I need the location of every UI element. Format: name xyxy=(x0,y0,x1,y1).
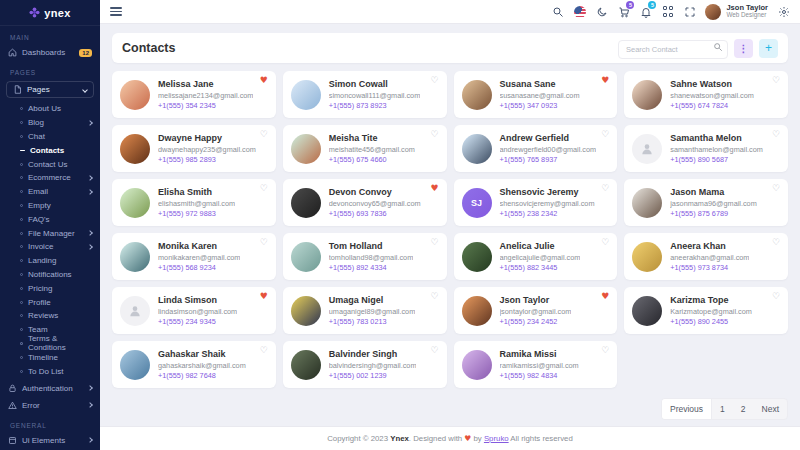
notifications-bell-icon[interactable]: 5 xyxy=(639,5,652,18)
contact-card[interactable]: SJ Shensovic Jeremy shensovicjeremy@gmai… xyxy=(454,179,618,226)
dark-mode-moon-icon[interactable] xyxy=(595,5,608,18)
sidebar-subitem-contact-us[interactable]: Contact Us xyxy=(0,157,100,171)
favorite-heart-icon[interactable]: ♥ xyxy=(260,292,268,301)
app-logo[interactable]: ynex xyxy=(0,0,100,26)
sidebar-item-pages[interactable]: Pages xyxy=(6,81,94,98)
menu-toggle-icon[interactable] xyxy=(110,7,122,15)
contact-card[interactable]: Elisha Smith elishasmith@gmail.com +1(55… xyxy=(112,179,276,226)
sidebar-subitem-ecommerce[interactable]: Ecommerce xyxy=(0,171,100,185)
sidebar-subitem-terms-conditions[interactable]: Terms & Conditions xyxy=(0,337,100,351)
favorite-heart-icon[interactable]: ♡ xyxy=(430,238,438,247)
favorite-heart-icon[interactable]: ♡ xyxy=(430,76,438,85)
favorite-heart-icon[interactable]: ♡ xyxy=(260,184,268,193)
contact-card[interactable]: Susana Sane susanasane@gmail.com +1(555)… xyxy=(454,71,618,118)
sidebar-subitem-reviews[interactable]: Reviews xyxy=(0,309,100,323)
sidebar-item-ui-elements[interactable]: Ui Elements xyxy=(0,432,100,449)
sidebar-subitem-chat[interactable]: Chat xyxy=(0,130,100,144)
pagination-previous[interactable]: Previous xyxy=(662,399,712,419)
footer-designer-link[interactable]: Spruko xyxy=(484,434,509,443)
contact-card[interactable]: Monika Karen monikakaren@gmail.com +1(55… xyxy=(112,233,276,280)
contact-name: Samantha Melon xyxy=(670,133,763,143)
favorite-heart-icon[interactable]: ♥ xyxy=(260,76,268,85)
favorite-heart-icon[interactable]: ♡ xyxy=(772,76,780,85)
sidebar-subitem-email[interactable]: Email xyxy=(0,185,100,199)
sidebar-subitem-landing[interactable]: Landing xyxy=(0,254,100,268)
favorite-heart-icon[interactable]: ♥ xyxy=(430,184,438,193)
pagination-page-2[interactable]: 2 xyxy=(733,399,754,419)
more-options-button[interactable]: ⋮ xyxy=(734,39,753,58)
contact-name: Aneera Khan xyxy=(670,241,749,251)
sidebar-subitem-invoice[interactable]: Invoice xyxy=(0,240,100,254)
contact-card[interactable]: Json Taylor jsontaylor@gmail.com +1(555)… xyxy=(454,287,618,334)
contact-name: Ramika Missi xyxy=(500,349,579,359)
contact-card[interactable]: Anelica Julie angelicajulie@gmail.com +1… xyxy=(454,233,618,280)
sidebar-subitem-faq-s[interactable]: FAQ's xyxy=(0,212,100,226)
favorite-heart-icon[interactable]: ♥ xyxy=(601,292,609,301)
favorite-heart-icon[interactable]: ♡ xyxy=(601,130,609,139)
pagination-page-1[interactable]: 1 xyxy=(712,399,733,419)
favorite-heart-icon[interactable]: ♡ xyxy=(601,346,609,355)
favorite-heart-icon[interactable]: ♡ xyxy=(260,346,268,355)
contact-card[interactable]: Jason Mama jasonmama96@gmail.com +1(555)… xyxy=(624,179,788,226)
add-contact-button[interactable]: + xyxy=(759,39,778,58)
sidebar-subitem-empty[interactable]: Empty xyxy=(0,199,100,213)
sidebar-subitem-pricing[interactable]: Pricing xyxy=(0,281,100,295)
settings-gear-icon[interactable] xyxy=(777,5,790,18)
contact-card[interactable]: Andrew Gerfield andrewgerfield00@gmail.c… xyxy=(454,125,618,172)
apps-grid-icon[interactable] xyxy=(661,5,674,18)
contact-card[interactable]: Linda Simson lindasimson@gmail.com +1(55… xyxy=(112,287,276,334)
sidebar-item-dashboards[interactable]: Dashboards 12 xyxy=(0,44,100,61)
contact-card[interactable]: Dwayne Happy dwaynehappy235@gmail.com +1… xyxy=(112,125,276,172)
contact-card[interactable]: Karizma Tope Karizmatope@gmail.com +1(55… xyxy=(624,287,788,334)
sidebar-item-error[interactable]: Error xyxy=(0,397,100,414)
favorite-heart-icon[interactable]: ♡ xyxy=(430,346,438,355)
favorite-heart-icon[interactable]: ♡ xyxy=(772,292,780,301)
cart-icon[interactable]: 5 xyxy=(617,5,630,18)
contact-card[interactable]: Simon Cowall simoncowall111@gmail.com +1… xyxy=(283,71,447,118)
favorite-heart-icon[interactable]: ♡ xyxy=(430,292,438,301)
favorite-heart-icon[interactable]: ♡ xyxy=(430,130,438,139)
sidebar-subitem-label: Team xyxy=(28,325,48,334)
favorite-heart-icon[interactable]: ♡ xyxy=(260,130,268,139)
contact-phone: +1(555) 568 9234 xyxy=(158,263,240,272)
favorite-heart-icon[interactable]: ♡ xyxy=(772,238,780,247)
sidebar-subitem-label: Notifications xyxy=(28,270,72,279)
contact-card[interactable]: Samantha Melon samanthamelon@gmail.com +… xyxy=(624,125,788,172)
contact-card[interactable]: Aneera Khan aneerakhan@gmail.com +1(555)… xyxy=(624,233,788,280)
sidebar-subitem-blog[interactable]: Blog xyxy=(0,116,100,130)
sidebar-subitem-profile[interactable]: Profile xyxy=(0,295,100,309)
sidebar-item-authentication[interactable]: Authentication xyxy=(0,380,100,397)
contact-email: monikakaren@gmail.com xyxy=(158,253,240,262)
contact-email: devonconvoy65@gmail.com xyxy=(329,199,421,208)
logo-flower-icon xyxy=(29,7,40,18)
contact-card[interactable]: Meisha Tite meishatite456@gmail.com +1(5… xyxy=(283,125,447,172)
favorite-heart-icon[interactable]: ♡ xyxy=(260,238,268,247)
sidebar-subitem-notifications[interactable]: Notifications xyxy=(0,268,100,282)
pagination-next[interactable]: Next xyxy=(754,399,787,419)
bullet-icon xyxy=(20,370,23,373)
fullscreen-icon[interactable] xyxy=(683,5,696,18)
contact-card[interactable]: Devon Convoy devonconvoy65@gmail.com +1(… xyxy=(283,179,447,226)
search-icon[interactable] xyxy=(551,5,564,18)
contact-card[interactable]: Melissa Jane melissajane2134@gmail.com +… xyxy=(112,71,276,118)
sidebar-subitem-about-us[interactable]: About Us xyxy=(0,102,100,116)
contact-card[interactable]: Sahne Watson shanewatson@gmail.com +1(55… xyxy=(624,71,788,118)
contact-card[interactable]: Balvinder Singh balvindersingh@gmail.com… xyxy=(283,341,447,388)
contact-card[interactable]: Umaga Nigel umaganigel89@gmail.com +1(55… xyxy=(283,287,447,334)
favorite-heart-icon[interactable]: ♡ xyxy=(601,184,609,193)
search-icon[interactable] xyxy=(713,42,723,52)
favorite-heart-icon[interactable]: ♥ xyxy=(601,76,609,85)
search-contact-input[interactable] xyxy=(618,40,728,59)
contact-phone: +1(555) 347 0923 xyxy=(500,101,580,110)
contact-card[interactable]: Tom Holland tomholland98@gmail.com +1(55… xyxy=(283,233,447,280)
language-flag-icon[interactable] xyxy=(573,5,586,18)
favorite-heart-icon[interactable]: ♡ xyxy=(772,184,780,193)
contact-card[interactable]: Gahaskar Shaik gahaskarshaik@gmail.com +… xyxy=(112,341,276,388)
favorite-heart-icon[interactable]: ♡ xyxy=(601,238,609,247)
sidebar-subitem-file-manager[interactable]: File Manager xyxy=(0,226,100,240)
favorite-heart-icon[interactable]: ♡ xyxy=(772,130,780,139)
contact-card[interactable]: Ramika Missi ramikamissi@gmail.com +1(55… xyxy=(454,341,618,388)
user-profile-menu[interactable]: Json Taylor Web Designer xyxy=(705,4,768,20)
sidebar-subitem-to-do-list[interactable]: To Do List xyxy=(0,364,100,378)
sidebar-subitem-contacts[interactable]: Contacts xyxy=(0,143,100,157)
